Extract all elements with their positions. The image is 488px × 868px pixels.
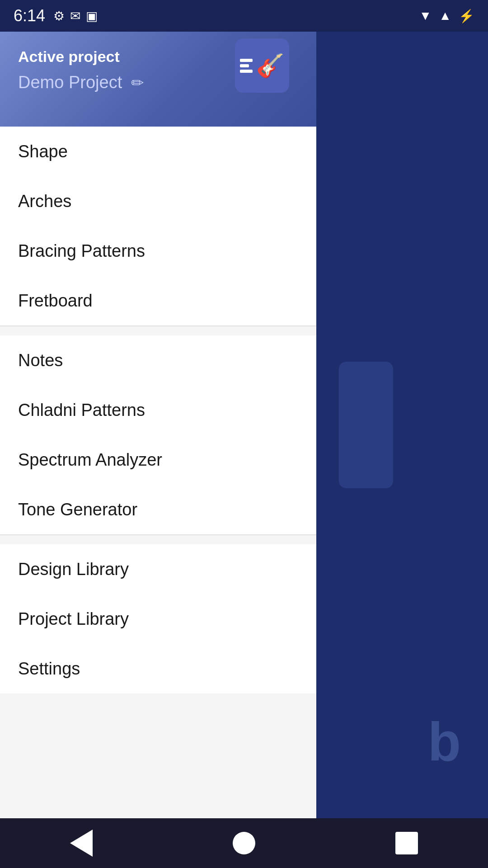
menu-item-tone-generator-label: Tone Generator [18, 500, 137, 519]
home-button[interactable] [226, 825, 262, 861]
menu-item-arches-label: Arches [18, 192, 71, 211]
edit-project-icon[interactable]: ✏ [131, 74, 144, 92]
battery-icon: ⚡ [459, 9, 474, 24]
menu-item-design-library[interactable]: Design Library [0, 544, 316, 594]
menu-item-project-library-label: Project Library [18, 609, 129, 629]
status-time: 6:14 [14, 6, 45, 25]
settings-icon: ⚙ [53, 9, 65, 24]
menu-item-fretboard[interactable]: Fretboard [0, 276, 316, 326]
menu-item-chladni-patterns[interactable]: Chladni Patterns [0, 385, 316, 435]
guitar-icon: 🎸 [256, 52, 284, 79]
menu-item-fretboard-label: Fretboard [18, 291, 93, 311]
app-logo: 🎸 [235, 38, 289, 93]
logo-bars [240, 59, 253, 73]
menu-item-shape[interactable]: Shape [0, 127, 316, 176]
logo-bar-3 [240, 70, 253, 73]
menu-item-bracing-patterns-label: Bracing Patterns [18, 241, 145, 261]
menu-item-tone-generator[interactable]: Tone Generator [0, 485, 316, 534]
menu-item-shape-label: Shape [18, 142, 68, 161]
menu-item-bracing-patterns[interactable]: Bracing Patterns [0, 226, 316, 276]
navigation-bar [0, 818, 488, 868]
menu-item-spectrum-analyzer-label: Spectrum Analyzer [18, 450, 162, 470]
menu-item-chladni-patterns-label: Chladni Patterns [18, 401, 145, 420]
back-icon [70, 830, 93, 857]
menu-section-2: Notes Chladni Patterns Spectrum Analyzer… [0, 335, 316, 534]
email-icon: ✉ [70, 9, 80, 24]
menu-item-spectrum-analyzer[interactable]: Spectrum Analyzer [0, 435, 316, 485]
menu-item-settings-label: Settings [18, 659, 80, 679]
wifi-icon: ▼ [419, 9, 432, 23]
logo-inner: 🎸 [240, 52, 284, 79]
status-bar-right: ▼ ▲ ⚡ [419, 9, 474, 24]
menu-section-1: Shape Arches Bracing Patterns Fretboard [0, 127, 316, 326]
recent-button[interactable] [389, 825, 425, 861]
navigation-drawer: 🎸 Active project Demo Project ✏ Shape Ar… [0, 0, 316, 868]
status-bar-left: 6:14 ⚙ ✉ ▣ [14, 6, 98, 25]
menu-section-3: Design Library Project Library Settings [0, 544, 316, 693]
back-button[interactable] [63, 825, 99, 861]
project-name: Demo Project [18, 73, 122, 92]
section-gap-2 [0, 535, 316, 544]
status-left-icons: ⚙ ✉ ▣ [53, 9, 98, 24]
menu-item-design-library-label: Design Library [18, 560, 129, 579]
menu-item-project-library[interactable]: Project Library [0, 594, 316, 644]
right-panel-button [339, 362, 393, 488]
status-bar: 6:14 ⚙ ✉ ▣ ▼ ▲ ⚡ [0, 0, 488, 32]
drawer-content: Shape Arches Bracing Patterns Fretboard … [0, 127, 316, 868]
logo-bar-2 [240, 64, 249, 67]
menu-item-notes[interactable]: Notes [0, 335, 316, 385]
recent-icon [395, 832, 418, 854]
signal-icon: ▲ [439, 9, 451, 23]
logo-bar-1 [240, 59, 253, 62]
menu-item-settings[interactable]: Settings [0, 644, 316, 693]
menu-item-notes-label: Notes [18, 351, 63, 370]
menu-item-arches[interactable]: Arches [0, 176, 316, 226]
sim-icon: ▣ [86, 9, 98, 24]
watermark-text: b [428, 711, 461, 773]
section-gap-1 [0, 326, 316, 335]
right-content-area: b [316, 32, 488, 818]
home-icon [233, 832, 255, 854]
